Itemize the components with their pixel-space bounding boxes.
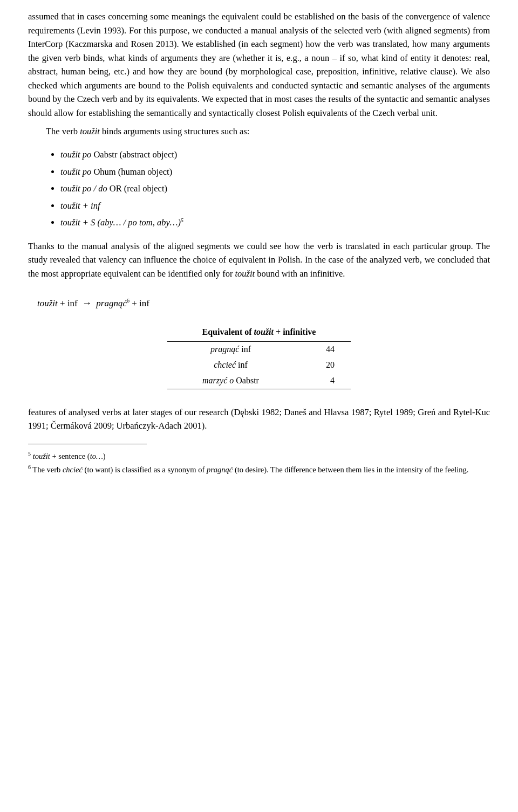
- formula-arrow: →: [82, 298, 92, 308]
- bullet-verb-5: toužit + S (aby… / po tom, aby…)5: [60, 217, 183, 228]
- formula-right-italic: pragnąć: [94, 298, 127, 308]
- list-item-3: toužit po / do OR (real object): [60, 182, 490, 196]
- equivalents-table-section: Equivalent of toužit + infinitive pragną…: [167, 326, 351, 389]
- table-cell-word-2: chcieć inf: [167, 357, 294, 373]
- table-row-1: pragnąć inf 44: [167, 342, 351, 357]
- paragraph-2: The verb toužit binds arguments using st…: [28, 125, 490, 139]
- footnote-5-verb: toužit: [33, 452, 50, 460]
- formula-right-normal: + inf: [130, 298, 149, 308]
- formula-line: toužit + inf → pragnąć6 + inf: [28, 296, 490, 311]
- formula-left-normal: + inf: [58, 298, 80, 308]
- footnote-5: 5 toužit + sentence (to…): [28, 451, 490, 463]
- list-item-4: toužit + inf: [60, 199, 490, 213]
- table-row-3: marzyć o Oabstr 4: [167, 373, 351, 389]
- bullet-list: toužit po Oabstr (abstract object) touži…: [60, 148, 490, 230]
- table-cell-word-3: marzyć o Oabstr: [167, 373, 294, 389]
- bullet-verb-4: toužit + inf: [60, 201, 100, 211]
- footnote-6: 6 The verb chcieć (to want) is classifie…: [28, 464, 490, 476]
- list-item-5: toužit + S (aby… / po tom, aby…)5: [60, 216, 490, 230]
- table-cell-count-3: 4: [294, 373, 351, 389]
- footnote-6-num: 6: [28, 464, 31, 470]
- footnote-6-verb2: pragnąć: [207, 465, 233, 474]
- formula-left-italic: toužit: [37, 298, 58, 308]
- bullet-verb-2: toužit po: [60, 167, 91, 177]
- table-cell-count-1: 44: [294, 342, 351, 357]
- paragraph-3: Thanks to the manual analysis of the ali…: [28, 239, 490, 281]
- bullet-desc-1: Oabstr (abstract object): [91, 149, 177, 160]
- bullet-desc-2: Ohum (human object): [91, 167, 172, 177]
- main-content: assumed that in cases concerning some me…: [28, 10, 490, 476]
- table-cell-word-1: pragnąć inf: [167, 342, 294, 357]
- footnotes-section: 5 toužit + sentence (to…) 6 The verb chc…: [28, 451, 490, 476]
- list-item-1: toužit po Oabstr (abstract object): [60, 148, 490, 162]
- bullet-verb-1: toužit po: [60, 149, 91, 160]
- paragraph-1: assumed that in cases concerning some me…: [28, 10, 490, 120]
- footnote-5-num: 5: [28, 451, 31, 457]
- table-title: Equivalent of toužit + infinitive: [167, 326, 351, 339]
- footnote-6-verb1: chcieć: [63, 465, 83, 474]
- footnote-rule: [28, 444, 147, 444]
- bullet-verb-3: toužit po / do: [60, 183, 107, 194]
- table-title-verb: toužit: [254, 327, 274, 336]
- bullet-desc-3: OR (real object): [107, 183, 167, 194]
- table-row-2: chcieć inf 20: [167, 357, 351, 373]
- table-cell-count-2: 20: [294, 357, 351, 373]
- verb-touzit-2: toužit: [235, 269, 255, 279]
- list-item-2: toužit po Ohum (human object): [60, 165, 490, 179]
- paragraph-4: features of analysed verbs at later stag…: [28, 405, 490, 433]
- equivalents-table: pragnąć inf 44 chcieć inf 20 marzyć o Oa…: [167, 341, 351, 389]
- verb-touzit-1: toužit: [80, 126, 100, 136]
